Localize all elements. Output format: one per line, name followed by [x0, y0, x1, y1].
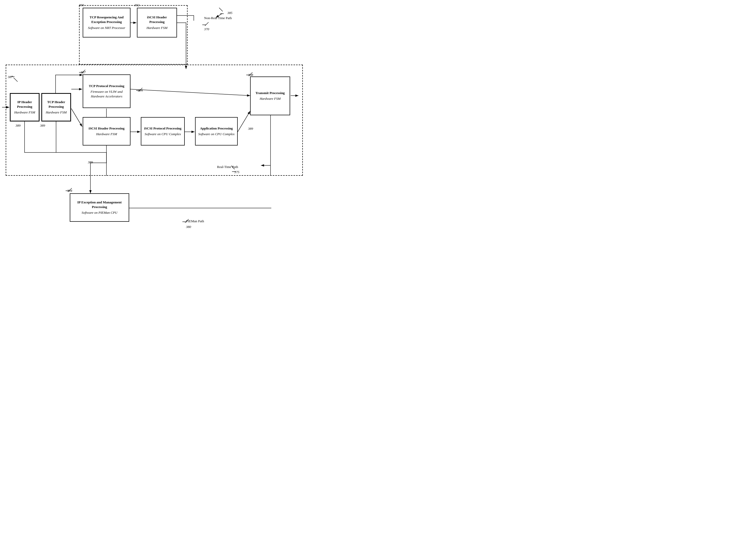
- num-398-label: 398: [248, 73, 253, 77]
- pieman-label: PIEMan Path: [186, 219, 204, 223]
- iscsi-protocol-box: iSCSI Protocol Processing Software on CP…: [141, 117, 185, 146]
- num-392-label: 392: [134, 3, 140, 7]
- num-394-label: 394: [67, 189, 72, 193]
- iscsi-protocol-title: iSCSI Protocol Processing: [144, 126, 181, 131]
- num-389d-label: 389: [248, 127, 253, 131]
- num-387-side-label: 387: [8, 75, 13, 79]
- iscsi-header-top-box: iSCSI Header Processing Hardware FSM: [137, 8, 177, 38]
- app-processing-sub: Software on CPU Complex: [198, 132, 235, 136]
- iscsi-header-mid-sub: Hardware FSM: [96, 132, 117, 136]
- tcp-protocol-title: TCP Protocol Processing: [89, 84, 124, 88]
- iscsi-header-mid-title: iSCSI Header Processing: [89, 126, 124, 131]
- transmit-box: Transmit Processing Hardware FSM: [250, 77, 290, 115]
- ip-header-title: IP Header Processing: [13, 100, 37, 109]
- ip-header-box: IP Header Processing Hardware FSM: [10, 93, 40, 121]
- transmit-sub: Hardware FSM: [260, 96, 280, 101]
- num-389b-label: 389: [40, 123, 45, 128]
- tcp-reseq-box: TCP Resequencing And Exception Processin…: [83, 8, 130, 38]
- iscsi-header-top-title: iSCSI Header Processing: [140, 15, 175, 24]
- app-processing-box: Application Processing Software on CPU C…: [195, 117, 238, 146]
- iscsi-protocol-sub: Software on CPU Complex: [145, 132, 181, 136]
- tcp-header-title: TCP Header Processing: [44, 100, 68, 109]
- tcp-protocol-box: TCP Protocol Processing Firmware on VLIW…: [83, 75, 130, 108]
- nrt-path-num-label: 370: [204, 27, 209, 31]
- ip-header-sub: Hardware FSM: [14, 110, 35, 115]
- non-real-time-label: Non-Real Time Path: [204, 16, 232, 20]
- nrt-num-label: 385: [227, 11, 233, 15]
- transmit-title: Transmit Processing: [255, 91, 285, 95]
- iscsi-header-top-sub: Hardware FSM: [147, 26, 167, 30]
- tcp-reseq-sub: Software on NRT Processor: [88, 26, 125, 30]
- num-389a-label: 389: [16, 123, 21, 128]
- ip-exception-sub: Software on PIEMan CPU: [82, 210, 117, 215]
- num-389c-label: 389: [88, 160, 93, 164]
- pieman-num-label: 380: [186, 225, 191, 229]
- num-387-top-label: 387: [81, 70, 86, 75]
- tcp-protocol-sub: Firmware on VLIW and Hardware Accelerato…: [85, 89, 128, 99]
- num-390-label: 390: [79, 3, 84, 7]
- rt-num-label: 375: [234, 170, 240, 174]
- app-processing-title: Application Processing: [200, 126, 233, 131]
- diagram: TCP Resequencing And Exception Processin…: [0, 0, 378, 268]
- svg-line-24: [205, 22, 209, 26]
- ip-exception-title: IP Exception and Management Processing: [72, 200, 127, 209]
- tcp-header-sub: Hardware FSM: [46, 110, 67, 115]
- tcp-header-box: TCP Header Processing Hardware FSM: [41, 93, 71, 121]
- ip-exception-box: IP Exception and Management Processing S…: [70, 193, 129, 222]
- svg-line-22: [219, 8, 223, 11]
- iscsi-header-mid-box: iSCSI Header Processing Hardware FSM: [83, 117, 130, 146]
- real-time-label: Real-Time Path: [217, 165, 238, 169]
- tcp-reseq-title: TCP Resequencing And Exception Processin…: [85, 15, 128, 24]
- num-394b-label: 394: [138, 88, 143, 92]
